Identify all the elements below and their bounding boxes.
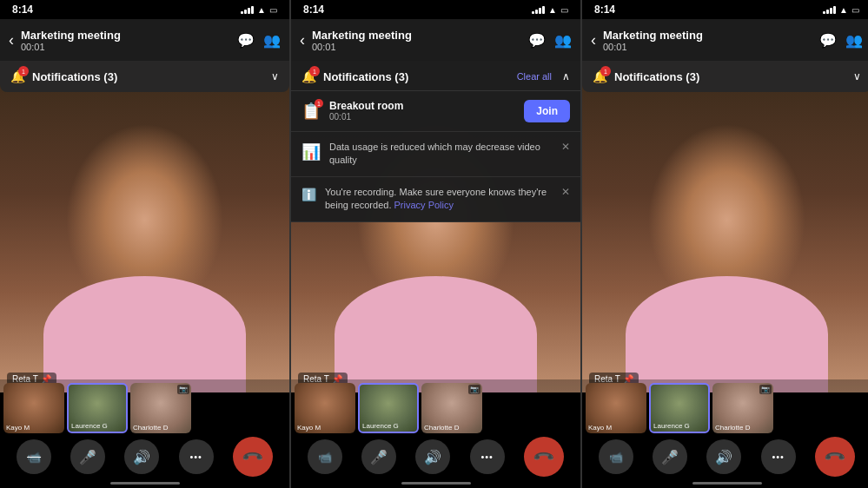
top-bar-2: ‹ Marketing meeting 00:01 💬 👥	[291, 19, 580, 61]
notification-expanded-2: 🔔 1 Notifications (3) Clear all ∧ 📋 1 Br…	[291, 61, 580, 222]
meeting-title-3: Marketing meeting	[603, 29, 812, 42]
speaker-btn-2[interactable]: 🔊	[415, 439, 450, 474]
main-video-3	[582, 61, 868, 392]
thumb-charlotte-3[interactable]: 📷 Charlotte D	[712, 383, 773, 433]
chat-icon-3[interactable]: 💬	[819, 32, 837, 49]
more-btn-1[interactable]: •••	[179, 439, 214, 474]
bell-icon-3: 🔔 1	[593, 69, 607, 83]
cam-icon-1: 📷	[177, 385, 189, 394]
notif-chevron-1[interactable]: ∨	[271, 70, 279, 82]
recording-body: You're recording. Make sure everyone kno…	[325, 186, 556, 213]
thumb-label-laurence-1: Laurence G	[71, 422, 108, 430]
end-call-btn-2[interactable]: 📞	[524, 437, 564, 477]
top-bar-3: ‹ Marketing meeting 00:01 💬 👥	[582, 19, 868, 61]
breakout-badge: 1	[315, 99, 323, 108]
meeting-title-2: Marketing meeting	[312, 29, 521, 42]
video-btn-1[interactable]: 📹	[17, 439, 51, 474]
thumb-kayo-2[interactable]: Kayo M	[295, 383, 355, 433]
thumb-label-charlotte-1: Charlotte D	[133, 424, 168, 432]
data-close-btn[interactable]: ✕	[561, 141, 570, 153]
notif-chevron-2[interactable]: ∧	[562, 70, 570, 82]
phone-3: 8:14 ▲ ▭ ‹ Marketing meeting 00:01 💬 👥	[582, 0, 868, 488]
back-button-2[interactable]: ‹	[300, 31, 305, 49]
speaker-icon-2: 🔊	[424, 449, 441, 465]
video-area-3: Reta T 📌	[582, 61, 868, 392]
data-body: Data usage is reduced which may decrease…	[329, 141, 570, 168]
thumb-laurence-2[interactable]: Laurence G	[358, 383, 419, 433]
status-icons-2: ▲ ▭	[532, 5, 568, 15]
bottom-toolbar-3: 📹 🎤 🔊 ••• 📞	[582, 436, 868, 478]
top-bar-1: ‹ Marketing meeting 00:01 💬 👥	[0, 19, 289, 61]
more-btn-2[interactable]: •••	[470, 439, 505, 474]
thumb-label-laurence-3: Laurence G	[653, 422, 690, 430]
video-area-1: Reta T 📌	[0, 61, 289, 392]
thumb-laurence-3[interactable]: Laurence G	[649, 383, 710, 433]
status-icons-1: ▲ ▭	[241, 5, 277, 15]
people-icon-1[interactable]: 👥	[263, 32, 281, 49]
thumb-kayo-3[interactable]: Kayo M	[586, 383, 646, 433]
back-button-1[interactable]: ‹	[9, 31, 14, 49]
thumb-charlotte-1[interactable]: 📷 Charlotte D	[130, 383, 191, 433]
notif-badge-2: 1	[309, 66, 320, 76]
mic-icon-1: 🎤	[79, 449, 96, 465]
join-button[interactable]: Join	[524, 100, 570, 122]
cam-icon-2: 📷	[468, 385, 480, 394]
notif-header-3: 🔔 1 Notifications (3) ∨	[582, 61, 868, 92]
chat-icon-2[interactable]: 💬	[528, 32, 546, 49]
meeting-info-1: Marketing meeting 00:01	[21, 29, 230, 52]
wifi-icon: ▲	[257, 5, 266, 15]
speaker-btn-1[interactable]: 🔊	[124, 439, 159, 474]
status-bar-1: 8:14 ▲ ▭	[0, 0, 289, 19]
notif-title-3: Notifications (3)	[614, 70, 846, 83]
video-btn-3[interactable]: 📹	[599, 439, 633, 474]
mic-btn-2[interactable]: 🎤	[361, 439, 396, 474]
home-indicator-2	[401, 482, 471, 485]
video-btn-2[interactable]: 📹	[308, 439, 342, 474]
notif-badge-1: 1	[18, 66, 29, 76]
bottom-toolbar-2: 📹 🎤 🔊 ••• 📞	[291, 436, 580, 478]
mic-icon-2: 🎤	[370, 449, 388, 465]
status-bar-3: 8:14 ▲ ▭	[582, 0, 868, 19]
people-icon-2[interactable]: 👥	[554, 32, 572, 49]
notif-title-2: Notifications (3)	[323, 70, 510, 83]
clear-all-button[interactable]: Clear all	[517, 71, 552, 82]
data-content: Data usage is reduced which may decrease…	[329, 141, 570, 168]
wifi-icon-3: ▲	[839, 5, 848, 15]
end-call-btn-1[interactable]: 📞	[233, 437, 273, 477]
notif-chevron-3[interactable]: ∨	[853, 70, 861, 82]
mic-btn-3[interactable]: 🎤	[653, 439, 687, 474]
status-bar-2: 8:14 ▲ ▭	[291, 0, 580, 19]
thumb-label-laurence-2: Laurence G	[362, 422, 399, 430]
people-icon-3[interactable]: 👥	[845, 32, 863, 49]
notification-banner-1: 🔔 1 Notifications (3) ∨	[0, 61, 289, 92]
bottom-toolbar-1: 📹 🎤 🔊 ••• 📞	[0, 436, 289, 478]
chat-icon-1[interactable]: 💬	[237, 32, 255, 49]
recording-close-btn[interactable]: ✕	[561, 186, 570, 198]
battery-icon: ▭	[269, 5, 277, 15]
thumb-laurence-1[interactable]: Laurence G	[67, 383, 128, 433]
notif-exp-header-2: 🔔 1 Notifications (3) Clear all ∧	[291, 61, 580, 91]
thumbnail-strip-2: Kayo M Laurence G 📷 Charlotte D	[291, 379, 580, 436]
breakout-title: Breakout room	[329, 100, 515, 112]
more-icon-3: •••	[772, 452, 785, 462]
thumb-charlotte-2[interactable]: 📷 Charlotte D	[421, 383, 482, 433]
thumb-kayo-1[interactable]: Kayo M	[3, 383, 64, 433]
battery-icon-2: ▭	[560, 5, 568, 15]
status-icons-3: ▲ ▭	[823, 5, 859, 15]
more-icon-2: •••	[480, 452, 494, 462]
speaker-icon-3: 🔊	[715, 449, 732, 465]
back-button-3[interactable]: ‹	[591, 31, 596, 49]
speaker-btn-3[interactable]: 🔊	[706, 439, 741, 474]
end-call-btn-3[interactable]: 📞	[815, 437, 855, 477]
bell-icon-1: 🔔 1	[10, 69, 25, 83]
video-icon-1: 📹	[27, 451, 41, 464]
mic-btn-1[interactable]: 🎤	[70, 439, 105, 474]
shirt-3	[626, 276, 828, 392]
home-indicator-1	[110, 482, 180, 485]
data-icon: 📊	[301, 142, 321, 162]
thumb-label-kayo-3: Kayo M	[588, 424, 612, 432]
privacy-policy-link[interactable]: Privacy Policy	[394, 200, 454, 210]
shirt-1	[43, 276, 246, 392]
end-call-icon-2: 📞	[532, 445, 556, 469]
more-btn-3[interactable]: •••	[761, 439, 796, 474]
